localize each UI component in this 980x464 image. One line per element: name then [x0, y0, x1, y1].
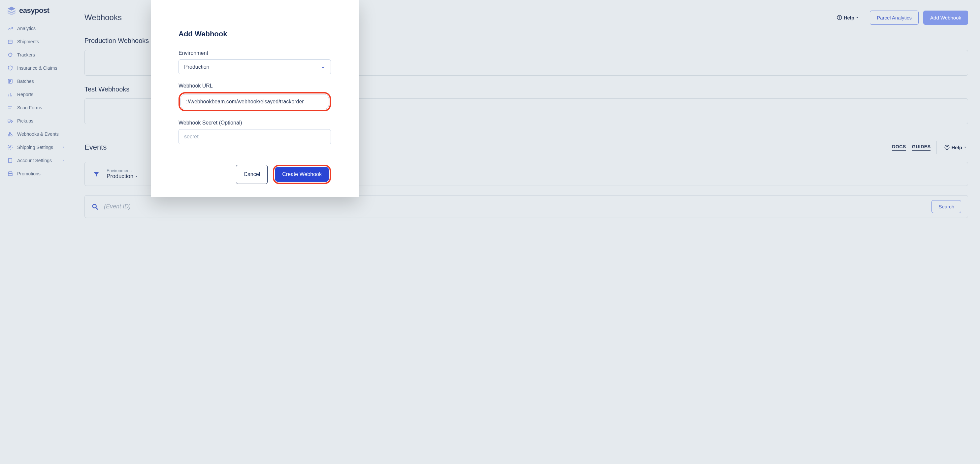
- modal-title: Add Webhook: [178, 30, 331, 38]
- environment-label: Environment: [178, 50, 331, 56]
- webhook-secret-label: Webhook Secret (Optional): [178, 120, 331, 126]
- webhook-secret-input[interactable]: [178, 129, 331, 144]
- cancel-button[interactable]: Cancel: [236, 165, 267, 184]
- webhook-url-input[interactable]: [180, 94, 329, 109]
- modal-actions: Cancel Create Webhook: [178, 165, 331, 184]
- webhook-url-highlight: [178, 92, 331, 111]
- webhook-url-label: Webhook URL: [178, 83, 331, 89]
- environment-select[interactable]: Production: [178, 59, 331, 74]
- add-webhook-modal: Add Webhook Environment Production Webho…: [151, 0, 359, 197]
- modal-backdrop[interactable]: [0, 0, 980, 464]
- create-webhook-highlight: Create Webhook: [273, 165, 331, 184]
- create-webhook-button[interactable]: Create Webhook: [275, 167, 329, 182]
- environment-select-wrap: Production: [178, 59, 331, 83]
